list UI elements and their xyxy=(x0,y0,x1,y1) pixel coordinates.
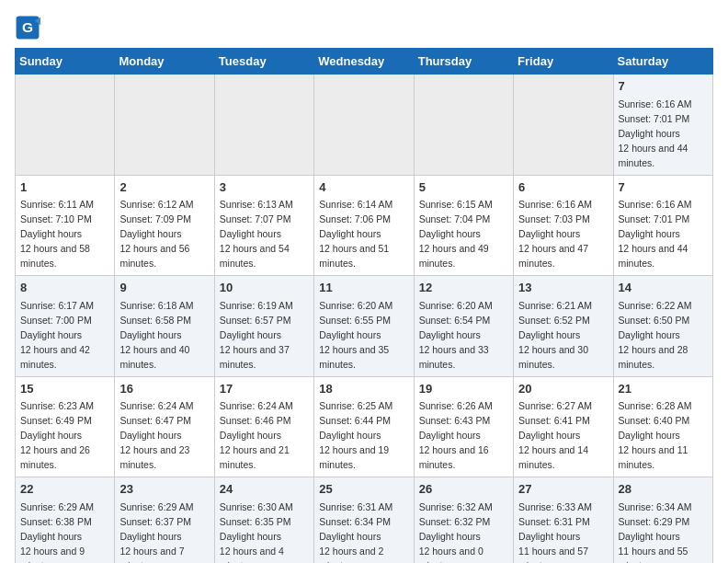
day-number: 5 xyxy=(419,179,508,197)
day-number: 4 xyxy=(319,179,408,197)
day-number: 15 xyxy=(20,381,109,398)
day-number: 17 xyxy=(220,381,309,398)
day-number: 9 xyxy=(119,280,209,297)
calendar-cell: 22Sunrise: 6:29 AMSunset: 6:38 PMDayligh… xyxy=(16,477,115,563)
calendar-cell: 18Sunrise: 6:25 AMSunset: 6:44 PMDayligh… xyxy=(314,376,414,477)
cell-info: Sunrise: 6:20 AMSunset: 6:54 PMDaylight … xyxy=(419,300,493,370)
day-number: 27 xyxy=(518,481,608,499)
calendar-cell: 3Sunrise: 6:13 AMSunset: 7:07 PMDaylight… xyxy=(214,175,313,276)
cell-info: Sunrise: 6:20 AMSunset: 6:55 PMDaylight … xyxy=(319,300,392,370)
cell-info: Sunrise: 6:13 AMSunset: 7:07 PMDaylight … xyxy=(220,199,293,269)
day-number: 24 xyxy=(220,481,309,499)
cell-info: Sunrise: 6:26 AMSunset: 6:43 PMDaylight … xyxy=(419,400,493,470)
cell-info: Sunrise: 6:24 AMSunset: 6:47 PMDaylight … xyxy=(119,400,193,470)
calendar-cell: 2Sunrise: 6:12 AMSunset: 7:09 PMDaylight… xyxy=(115,175,214,276)
day-header-tuesday: Tuesday xyxy=(214,49,313,75)
calendar-cell: 6Sunrise: 6:16 AMSunset: 7:03 PMDaylight… xyxy=(514,175,613,276)
day-number: 12 xyxy=(419,280,508,297)
cell-info: Sunrise: 6:30 AMSunset: 6:35 PMDaylight … xyxy=(220,501,293,563)
cell-info: Sunrise: 6:11 AMSunset: 7:10 PMDaylight … xyxy=(20,199,94,269)
day-number: 18 xyxy=(319,381,408,398)
calendar-cell: 27Sunrise: 6:33 AMSunset: 6:31 PMDayligh… xyxy=(514,477,613,563)
cell-info: Sunrise: 6:16 AMSunset: 7:03 PMDaylight … xyxy=(518,199,592,269)
cell-info: Sunrise: 6:27 AMSunset: 6:41 PMDaylight … xyxy=(518,400,592,470)
cell-info: Sunrise: 6:19 AMSunset: 6:57 PMDaylight … xyxy=(220,300,293,370)
day-header-wednesday: Wednesday xyxy=(314,49,414,75)
cell-info: Sunrise: 6:16 AMSunset: 7:01 PMDaylight … xyxy=(619,199,692,269)
calendar-cell: 15Sunrise: 6:23 AMSunset: 6:49 PMDayligh… xyxy=(16,376,115,477)
calendar-cell: 21Sunrise: 6:28 AMSunset: 6:40 PMDayligh… xyxy=(613,376,712,477)
calendar-cell: 28Sunrise: 6:34 AMSunset: 6:29 PMDayligh… xyxy=(613,477,712,563)
cell-info: Sunrise: 6:29 AMSunset: 6:38 PMDaylight … xyxy=(20,501,94,563)
calendar-cell xyxy=(414,75,513,176)
calendar-cell: 17Sunrise: 6:24 AMSunset: 6:46 PMDayligh… xyxy=(214,376,313,477)
day-number: 1 xyxy=(20,179,109,197)
calendar-cell: 19Sunrise: 6:26 AMSunset: 6:43 PMDayligh… xyxy=(414,376,513,477)
day-header-sunday: Sunday xyxy=(16,49,115,75)
calendar-cell: 7Sunrise: 6:16 AMSunset: 7:01 PMDaylight… xyxy=(613,75,712,176)
cell-info: Sunrise: 6:24 AMSunset: 6:46 PMDaylight … xyxy=(220,400,293,470)
cell-info: Sunrise: 6:14 AMSunset: 7:06 PMDaylight … xyxy=(319,199,392,269)
cell-info: Sunrise: 6:25 AMSunset: 6:44 PMDaylight … xyxy=(319,400,392,470)
calendar-cell: 23Sunrise: 6:29 AMSunset: 6:37 PMDayligh… xyxy=(115,477,214,563)
calendar-cell: 24Sunrise: 6:30 AMSunset: 6:35 PMDayligh… xyxy=(214,477,313,563)
day-number: 28 xyxy=(619,481,708,499)
calendar-cell: 4Sunrise: 6:14 AMSunset: 7:06 PMDaylight… xyxy=(314,175,414,276)
calendar-cell: 12Sunrise: 6:20 AMSunset: 6:54 PMDayligh… xyxy=(414,276,513,377)
cell-info: Sunrise: 6:28 AMSunset: 6:40 PMDaylight … xyxy=(619,400,692,470)
day-number: 16 xyxy=(119,381,209,398)
calendar-cell: 7Sunrise: 6:16 AMSunset: 7:01 PMDaylight… xyxy=(613,175,712,276)
cell-info: Sunrise: 6:15 AMSunset: 7:04 PMDaylight … xyxy=(419,199,493,269)
calendar-cell xyxy=(16,75,115,176)
calendar-cell xyxy=(115,75,214,176)
day-number: 23 xyxy=(119,481,209,499)
calendar-cell: 9Sunrise: 6:18 AMSunset: 6:58 PMDaylight… xyxy=(115,276,214,377)
calendar-row: 22Sunrise: 6:29 AMSunset: 6:38 PMDayligh… xyxy=(16,477,713,563)
calendar-cell: 1Sunrise: 6:11 AMSunset: 7:10 PMDaylight… xyxy=(16,175,115,276)
header-row: SundayMondayTuesdayWednesdayThursdayFrid… xyxy=(16,49,713,75)
day-header-thursday: Thursday xyxy=(414,49,513,75)
day-number: 11 xyxy=(319,280,408,297)
logo: G xyxy=(15,15,44,40)
cell-info: Sunrise: 6:16 AMSunset: 7:01 PMDaylight … xyxy=(619,98,692,168)
calendar-cell: 26Sunrise: 6:32 AMSunset: 6:32 PMDayligh… xyxy=(414,477,513,563)
calendar-row: 7Sunrise: 6:16 AMSunset: 7:01 PMDaylight… xyxy=(16,75,713,176)
day-header-saturday: Saturday xyxy=(613,49,712,75)
calendar-cell: 8Sunrise: 6:17 AMSunset: 7:00 PMDaylight… xyxy=(16,276,115,377)
calendar-cell: 20Sunrise: 6:27 AMSunset: 6:41 PMDayligh… xyxy=(514,376,613,477)
day-number: 22 xyxy=(20,481,109,499)
calendar-cell: 16Sunrise: 6:24 AMSunset: 6:47 PMDayligh… xyxy=(115,376,214,477)
cell-info: Sunrise: 6:21 AMSunset: 6:52 PMDaylight … xyxy=(518,300,592,370)
calendar-row: 15Sunrise: 6:23 AMSunset: 6:49 PMDayligh… xyxy=(16,376,713,477)
cell-info: Sunrise: 6:12 AMSunset: 7:09 PMDaylight … xyxy=(119,199,193,269)
day-number: 8 xyxy=(20,280,109,297)
calendar-cell: 11Sunrise: 6:20 AMSunset: 6:55 PMDayligh… xyxy=(314,276,414,377)
calendar-cell xyxy=(214,75,313,176)
day-number: 20 xyxy=(518,381,608,398)
day-number: 13 xyxy=(518,280,608,297)
day-number: 7 xyxy=(619,78,708,96)
day-number: 7 xyxy=(619,179,708,197)
calendar-row: 1Sunrise: 6:11 AMSunset: 7:10 PMDaylight… xyxy=(16,175,713,276)
cell-info: Sunrise: 6:23 AMSunset: 6:49 PMDaylight … xyxy=(20,400,94,470)
cell-info: Sunrise: 6:22 AMSunset: 6:50 PMDaylight … xyxy=(619,300,692,370)
calendar-table: SundayMondayTuesdayWednesdayThursdayFrid… xyxy=(15,48,713,563)
cell-info: Sunrise: 6:18 AMSunset: 6:58 PMDaylight … xyxy=(119,300,193,370)
svg-text:G: G xyxy=(22,19,33,35)
day-number: 21 xyxy=(619,381,708,398)
calendar-row: 8Sunrise: 6:17 AMSunset: 7:00 PMDaylight… xyxy=(16,276,713,377)
calendar-cell xyxy=(514,75,613,176)
calendar-cell: 14Sunrise: 6:22 AMSunset: 6:50 PMDayligh… xyxy=(613,276,712,377)
cell-info: Sunrise: 6:31 AMSunset: 6:34 PMDaylight … xyxy=(319,501,392,563)
day-number: 2 xyxy=(119,179,209,197)
day-number: 14 xyxy=(619,280,708,297)
day-header-monday: Monday xyxy=(115,49,214,75)
day-number: 19 xyxy=(419,381,508,398)
calendar-cell: 5Sunrise: 6:15 AMSunset: 7:04 PMDaylight… xyxy=(414,175,513,276)
day-number: 25 xyxy=(319,481,408,499)
page-header: G xyxy=(15,15,713,40)
cell-info: Sunrise: 6:32 AMSunset: 6:32 PMDaylight … xyxy=(419,501,493,563)
cell-info: Sunrise: 6:17 AMSunset: 7:00 PMDaylight … xyxy=(20,300,94,370)
day-header-friday: Friday xyxy=(514,49,613,75)
calendar-cell xyxy=(314,75,414,176)
